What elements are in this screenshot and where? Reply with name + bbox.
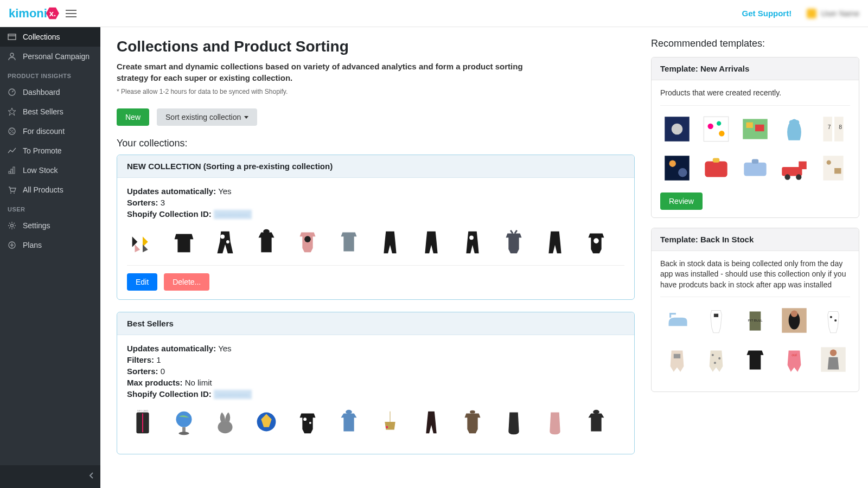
delete-button[interactable]: Delete... [164, 273, 209, 291]
sidebar-item-low-stock[interactable]: Low Stock [0, 160, 100, 180]
product-thumb: PIT BULL [738, 304, 772, 337]
star-icon [8, 107, 16, 116]
svg-point-44 [795, 120, 799, 124]
meta-label: Max products: [127, 378, 183, 387]
svg-rect-10 [13, 167, 15, 174]
sidebar-item-collections[interactable]: Collections [0, 27, 100, 47]
collection-title: Best Sellers [117, 312, 634, 335]
sidebar-item-label: Best Sellers [23, 107, 63, 116]
sidebar-item-all-products[interactable]: All Products [0, 180, 100, 200]
sidebar-item-personal-campaign[interactable]: Personal Campaign [0, 47, 100, 66]
product-thumb [374, 226, 406, 258]
logo[interactable]: kimonix. [9, 7, 59, 21]
sidebar-item-best-sellers[interactable]: Best Sellers [0, 102, 100, 121]
svg-rect-52 [705, 161, 727, 177]
product-thumb [539, 226, 571, 258]
sidebar-section-user: USER [0, 200, 100, 216]
sidebar-item-dashboard[interactable]: Dashboard [0, 82, 100, 102]
product-thumb [580, 406, 612, 438]
template-header: Template: New Arrivals [652, 57, 859, 80]
product-thumb [660, 112, 694, 146]
sidebar-collapse[interactable] [0, 465, 100, 488]
sidebar-item-settings[interactable]: Settings [0, 216, 100, 235]
svg-point-15 [220, 234, 225, 239]
svg-point-71 [712, 354, 714, 356]
svg-rect-24 [182, 427, 186, 433]
svg-rect-55 [752, 159, 758, 163]
edit-button[interactable]: Edit [127, 273, 157, 291]
svg-point-12 [14, 192, 15, 194]
svg-point-32 [470, 410, 475, 414]
shopify-id: ················ [214, 210, 252, 219]
review-button[interactable]: Review [660, 192, 703, 210]
collection-card: NEW COLLECTION (Sorting a pre-existing c… [117, 155, 635, 300]
logo-text: kimoni [9, 7, 47, 21]
product-thumbs [127, 226, 624, 266]
meta-label: Shopify Collection ID: [127, 389, 212, 399]
svg-rect-8 [9, 171, 10, 174]
svg-point-31 [386, 426, 388, 428]
product-thumb [457, 226, 488, 258]
product-thumb [168, 406, 200, 438]
user-badge[interactable]: User Name [807, 9, 859, 18]
trend-icon [8, 146, 16, 155]
product-thumb [699, 304, 733, 337]
product-thumb [660, 343, 694, 376]
product-thumb [457, 406, 488, 438]
svg-point-57 [784, 174, 790, 179]
svg-point-16 [226, 240, 229, 243]
sidebar-item-label: Collections [23, 33, 60, 41]
svg-text:GIFT CARD: GIFT CARD [137, 410, 149, 412]
percent-icon [8, 127, 16, 136]
product-thumb [209, 226, 241, 258]
sidebar-item-to-promote[interactable]: To Promote [0, 141, 100, 160]
svg-rect-70 [674, 354, 680, 358]
svg-point-25 [178, 432, 189, 435]
page-title: Collections and Product Sorting [117, 38, 635, 55]
svg-point-13 [11, 224, 14, 227]
sort-existing-button[interactable]: Sort existing collection [157, 108, 257, 126]
sidebar-item-label: Low Stock [23, 166, 58, 175]
sidebar-item-plans[interactable]: Plans [0, 235, 100, 255]
product-thumb [777, 151, 811, 185]
menu-toggle[interactable] [66, 10, 76, 17]
product-thumb [498, 406, 529, 438]
svg-point-39 [719, 131, 724, 136]
meta-label: Updates automatically: [127, 344, 216, 353]
new-button[interactable]: New [117, 108, 149, 126]
svg-point-58 [796, 174, 801, 179]
svg-point-20 [593, 238, 599, 243]
svg-point-11 [10, 192, 11, 194]
product-thumb [777, 304, 811, 337]
product-thumb [699, 343, 733, 376]
product-thumb [416, 226, 447, 258]
svg-point-17 [263, 229, 270, 234]
svg-rect-62 [834, 168, 841, 174]
collection-title: NEW COLLECTION (Sorting a pre-existing c… [117, 155, 634, 178]
gear-icon [8, 221, 16, 230]
svg-point-19 [469, 235, 474, 240]
svg-rect-49 [665, 156, 689, 180]
cart-icon [8, 185, 16, 194]
product-thumb [816, 304, 850, 337]
meta-value: Yes [218, 187, 231, 196]
meta-label: Shopify Collection ID: [127, 209, 212, 219]
get-support-link[interactable]: Get Support! [742, 9, 792, 18]
product-thumb [738, 343, 772, 376]
product-thumb [292, 406, 323, 438]
sort-existing-label: Sort existing collection [165, 113, 241, 121]
sidebar-item-for-discount[interactable]: For discount [0, 121, 100, 141]
product-thumb [738, 151, 772, 185]
svg-point-35 [672, 123, 683, 134]
svg-point-76 [830, 350, 837, 356]
product-thumb [416, 406, 447, 438]
page-description: Create smart and dynamic collections bas… [117, 61, 529, 84]
product-thumb [498, 226, 529, 258]
svg-rect-54 [744, 162, 766, 176]
product-thumb [168, 226, 200, 258]
meta-value: 3 [161, 198, 165, 207]
plans-icon [8, 241, 16, 249]
meta-label: Filters: [127, 355, 154, 364]
product-thumb [251, 406, 282, 438]
svg-point-61 [827, 160, 831, 164]
